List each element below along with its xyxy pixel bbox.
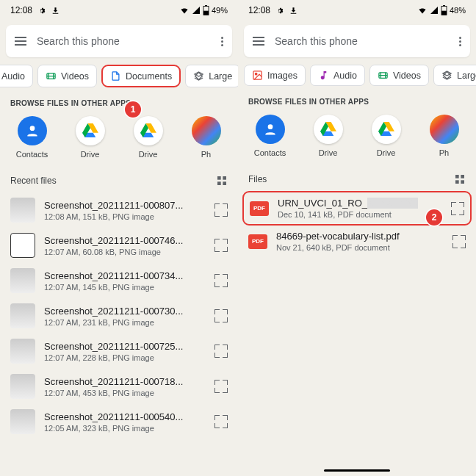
more-icon[interactable] bbox=[221, 37, 223, 46]
file-name: Screenshot_20211211-000746... bbox=[44, 235, 206, 246]
thumbnail bbox=[10, 303, 35, 328]
battery-percent: 48% bbox=[450, 6, 466, 15]
clock: 12:08 bbox=[10, 5, 32, 15]
chip-videos[interactable]: Videos bbox=[37, 65, 97, 87]
chip-large[interactable]: Large bbox=[185, 65, 238, 87]
file-row[interactable]: Screenshot_20211211-000718...12:07 AM, 4… bbox=[0, 369, 238, 404]
svg-rect-7 bbox=[217, 181, 221, 185]
wifi-icon bbox=[417, 6, 428, 15]
file-meta: 12:07 AM, 231 kB, PNG image bbox=[44, 318, 206, 327]
signal-icon bbox=[192, 6, 201, 15]
svg-rect-11 bbox=[443, 5, 445, 6]
search-input[interactable]: Search this phone bbox=[275, 35, 459, 47]
download-icon bbox=[289, 6, 298, 15]
wifi-icon bbox=[179, 6, 190, 15]
file-name: 84669-pet-vocabulary-list.pdf bbox=[276, 231, 444, 242]
svg-rect-18 bbox=[455, 180, 459, 184]
expand-icon[interactable] bbox=[452, 235, 466, 248]
browse-title: BROWSE FILES IN OTHER APPS bbox=[238, 93, 476, 115]
svg-rect-2 bbox=[205, 5, 207, 6]
chip-audio[interactable]: Audio bbox=[0, 65, 33, 87]
svg-rect-6 bbox=[223, 176, 226, 180]
file-list: PDFURN_UVCI_01_RO_XXXXXXXXDec 10, 141 kB… bbox=[238, 191, 476, 257]
thumbnail bbox=[10, 374, 35, 399]
file-meta: Nov 21, 640 kB, PDF document bbox=[276, 243, 444, 252]
statusbar: 12:08 48% bbox=[238, 0, 476, 21]
svg-point-15 bbox=[267, 124, 273, 129]
more-icon[interactable] bbox=[459, 37, 461, 46]
app-contacts[interactable]: Contacts bbox=[245, 115, 296, 157]
expand-icon[interactable] bbox=[214, 380, 228, 393]
expand-icon[interactable] bbox=[214, 274, 228, 287]
file-name: Screenshot_20211211-000807... bbox=[44, 200, 206, 211]
svg-rect-1 bbox=[203, 11, 209, 15]
file-meta: 12:07 AM, 228 kB, PNG image bbox=[44, 353, 206, 362]
callout-2: 2 bbox=[426, 209, 442, 226]
file-meta: 12:07 AM, 60.08 kB, PNG image bbox=[44, 248, 206, 256]
files-header-title: Files bbox=[248, 174, 267, 184]
svg-rect-16 bbox=[455, 175, 459, 178]
file-meta: 12:08 AM, 151 kB, PNG image bbox=[44, 212, 206, 221]
gear-icon bbox=[37, 6, 46, 15]
search-input[interactable]: Search this phone bbox=[37, 35, 221, 47]
expand-icon[interactable] bbox=[451, 202, 464, 215]
chip-large[interactable]: Large bbox=[433, 65, 476, 86]
pdf-icon: PDF bbox=[250, 201, 269, 216]
grid-view-icon[interactable] bbox=[454, 173, 466, 185]
app-contacts[interactable]: Contacts bbox=[7, 116, 58, 159]
file-row[interactable]: Screenshot_20211211-000540...12:05 AM, 3… bbox=[0, 404, 238, 439]
app-drive[interactable]: Drive bbox=[303, 115, 354, 157]
expand-icon[interactable] bbox=[214, 239, 228, 252]
phone-left: 12:08 49% Search this phone AudioVideosD… bbox=[0, 0, 238, 476]
gear-icon bbox=[275, 6, 284, 15]
nav-handle[interactable] bbox=[324, 469, 390, 472]
searchbar[interactable]: Search this phone bbox=[6, 25, 232, 57]
app-ph[interactable]: Ph bbox=[419, 115, 470, 157]
pdf-icon: PDF bbox=[248, 234, 267, 249]
files-header-title: Recent files bbox=[10, 176, 57, 186]
file-row[interactable]: Screenshot_20211211-000734...12:07 AM, 1… bbox=[0, 263, 238, 298]
expand-icon[interactable] bbox=[214, 309, 228, 322]
svg-point-4 bbox=[29, 126, 35, 131]
hamburger-icon[interactable] bbox=[253, 37, 264, 46]
file-name: URN_UVCI_01_RO_XXXXXXXX bbox=[278, 198, 442, 209]
file-row[interactable]: Screenshot_20211211-000730...12:07 AM, 2… bbox=[0, 298, 238, 333]
grid-view-icon[interactable] bbox=[216, 175, 228, 187]
svg-rect-10 bbox=[441, 11, 447, 15]
statusbar: 12:08 49% bbox=[0, 0, 238, 21]
files-header: Recent files bbox=[0, 169, 238, 192]
svg-rect-8 bbox=[223, 181, 226, 185]
app-drive[interactable]: Drive bbox=[123, 116, 174, 159]
expand-icon[interactable] bbox=[214, 203, 228, 217]
file-list: Screenshot_20211211-000807...12:08 AM, 1… bbox=[0, 192, 238, 439]
file-name: Screenshot_20211211-000734... bbox=[44, 270, 206, 281]
app-drive[interactable]: Drive bbox=[361, 115, 412, 157]
chip-videos[interactable]: Videos bbox=[369, 65, 429, 86]
chip-audio[interactable]: Audio bbox=[310, 65, 365, 86]
battery-icon bbox=[203, 5, 209, 15]
file-meta: 12:07 AM, 453 kB, PNG image bbox=[44, 389, 206, 397]
apps-row: ContactsDriveDrivePh bbox=[0, 116, 238, 169]
expand-icon[interactable] bbox=[214, 415, 228, 428]
hamburger-icon[interactable] bbox=[15, 37, 26, 46]
expand-icon[interactable] bbox=[214, 345, 228, 358]
file-row[interactable]: PDF84669-pet-vocabulary-list.pdfNov 21, … bbox=[238, 226, 476, 257]
phone-right: 12:08 48% Search this phone ImagesAudioV… bbox=[238, 0, 476, 476]
file-name: Screenshot_20211211-000718... bbox=[44, 376, 206, 387]
app-drive[interactable]: Drive bbox=[65, 116, 116, 159]
searchbar[interactable]: Search this phone bbox=[244, 25, 470, 57]
file-name: Screenshot_20211211-000540... bbox=[44, 411, 206, 422]
file-row[interactable]: Screenshot_20211211-000725...12:07 AM, 2… bbox=[0, 333, 238, 369]
file-row[interactable]: Screenshot_20211211-000746...12:07 AM, 6… bbox=[0, 228, 238, 263]
app-ph[interactable]: Ph bbox=[181, 116, 232, 159]
chip-images[interactable]: Images bbox=[244, 65, 306, 86]
thumbnail bbox=[10, 198, 35, 223]
file-meta: Dec 10, 141 kB, PDF document bbox=[278, 210, 442, 219]
clock: 12:08 bbox=[248, 5, 270, 15]
chip-documents[interactable]: Documents bbox=[101, 65, 181, 87]
thumbnail bbox=[10, 233, 35, 258]
file-row[interactable]: Screenshot_20211211-000807...12:08 AM, 1… bbox=[0, 192, 238, 228]
battery-percent: 49% bbox=[212, 6, 228, 15]
browse-title: BROWSE FILES IN OTHER APPS bbox=[0, 95, 238, 116]
svg-rect-17 bbox=[461, 175, 464, 178]
